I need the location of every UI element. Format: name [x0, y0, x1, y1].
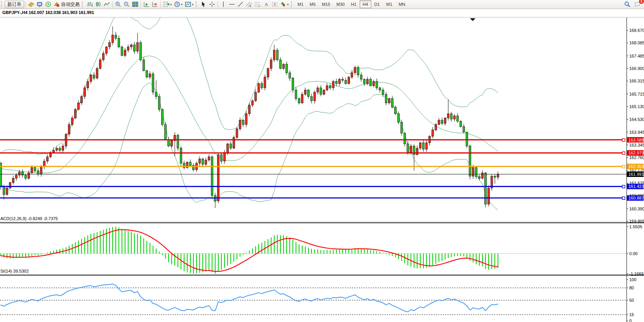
notification-badge: 1 — [639, 0, 644, 4]
svg-text:15: 15 — [629, 312, 634, 317]
dropdown-arrow-icon: ▾ — [287, 3, 289, 6]
template-button[interactable]: ▾ — [184, 0, 195, 8]
terminal-icon — [37, 1, 43, 7]
tile-windows-icon — [132, 1, 138, 7]
equidistant-channel-icon: E — [246, 1, 252, 7]
svg-text:163.945: 163.945 — [629, 130, 644, 135]
svg-text:165.715: 165.715 — [629, 92, 644, 96]
new-order-button[interactable]: 新订单 — [5, 1, 24, 8]
signal-toolbar-button[interactable] — [44, 0, 52, 8]
timeframe-button-M30[interactable]: M30 — [333, 0, 348, 8]
timeframe-button-W1[interactable]: W1 — [383, 0, 396, 8]
chart-ohlc-title: GBPJPY-,H4 162.007 162.038 161.903 161.9… — [2, 10, 94, 15]
signal-icon — [45, 1, 51, 7]
charts-toolbar-button[interactable] — [27, 0, 35, 8]
add-indicator-button[interactable]: ▾ — [162, 0, 173, 8]
svg-text:F: F — [259, 5, 260, 7]
toolbar-separator — [160, 1, 161, 8]
template-icon — [185, 1, 191, 7]
price-chart[interactable]: 168.670168.085167.485166.900166.315165.7… — [0, 9, 644, 322]
dropdown-arrow-icon: ▾ — [170, 3, 172, 6]
vertical-line-tool[interactable] — [219, 0, 228, 8]
crosshair-tool-button[interactable] — [208, 0, 216, 8]
zoom-in-icon — [115, 1, 121, 7]
svg-text:163.588: 163.588 — [628, 138, 644, 142]
timeframe-button-M5[interactable]: M5 — [306, 0, 319, 8]
svg-text:162.353: 162.353 — [628, 164, 644, 169]
svg-text:T: T — [274, 3, 276, 7]
svg-text:163.345: 163.345 — [629, 143, 644, 147]
svg-text:164.530: 164.530 — [629, 117, 644, 122]
crosshair-icon — [209, 1, 215, 7]
candlestick-icon — [95, 1, 101, 7]
autotrading-button[interactable]: 自动交易 — [52, 0, 81, 8]
terminal-toolbar-button[interactable] — [35, 0, 44, 8]
svg-text:-1.1666: -1.1666 — [629, 271, 644, 276]
timeframe-button-D1[interactable]: D1 — [371, 0, 383, 8]
add-indicator-icon — [163, 1, 169, 7]
chart-shift-button[interactable] — [151, 0, 159, 8]
mt4-window: 新订单 自动交易 — [0, 0, 644, 322]
candlestick-button[interactable] — [94, 0, 103, 8]
chart-area[interactable]: 168.670168.085167.485166.900166.315165.7… — [0, 9, 644, 322]
toolbar-separator — [141, 1, 141, 8]
zoom-out-button[interactable] — [122, 0, 131, 8]
svg-text:0.00: 0.00 — [629, 251, 637, 256]
svg-text:0: 0 — [629, 318, 632, 322]
arrows-icon — [280, 1, 286, 7]
bar-chart-icon — [87, 1, 93, 7]
auto-scroll-button[interactable] — [142, 0, 151, 8]
horizontal-line-tool[interactable] — [228, 0, 236, 8]
vertical-line-icon — [220, 1, 226, 7]
autotrading-icon — [54, 1, 60, 7]
channel-tool[interactable]: E — [245, 0, 253, 8]
chart-shift-icon — [152, 1, 158, 7]
timeframe-button-H1[interactable]: H1 — [348, 0, 359, 8]
period-button[interactable]: ▾ — [173, 0, 184, 8]
trendline-icon — [237, 1, 244, 7]
timeframe-button-M15[interactable]: M15 — [319, 0, 333, 8]
svg-text:159.805: 159.805 — [629, 219, 644, 224]
main-toolbar: 新订单 自动交易 — [0, 0, 644, 9]
timeframe-button-MN[interactable]: MN — [395, 0, 408, 8]
cursor-tool-button[interactable] — [199, 0, 208, 8]
bar-chart-button[interactable] — [85, 0, 94, 8]
zoom-in-button[interactable] — [114, 0, 122, 8]
line-chart-button[interactable] — [103, 0, 111, 8]
zoom-out-icon — [124, 1, 130, 7]
dropdown-arrow-icon: ▾ — [192, 3, 193, 6]
toolbar-separator — [218, 1, 218, 8]
toolbar-grip — [82, 1, 84, 7]
notifications-button[interactable]: 1 — [633, 0, 642, 8]
svg-text:160.390: 160.390 — [629, 206, 644, 211]
auto-scroll-icon — [143, 1, 150, 7]
svg-text:162.979: 162.979 — [628, 150, 644, 155]
svg-text:1.5505: 1.5505 — [629, 224, 642, 229]
arrows-tool[interactable]: ▾ — [279, 0, 290, 8]
new-order-label: 新订单 — [7, 1, 21, 7]
svg-text:161.991: 161.991 — [628, 172, 644, 177]
toolbar-grip — [196, 1, 198, 7]
svg-text:166.900: 166.900 — [629, 66, 644, 71]
svg-text:A: A — [265, 2, 268, 7]
search-button[interactable] — [623, 0, 632, 8]
svg-text:160.887: 160.887 — [628, 196, 644, 200]
line-chart-icon — [104, 1, 110, 7]
fibonacci-tool[interactable]: F — [253, 0, 262, 8]
timeframe-button-M1[interactable]: M1 — [294, 0, 306, 8]
text-icon: A — [263, 1, 269, 7]
svg-text:50: 50 — [629, 298, 634, 303]
tile-windows-button[interactable] — [131, 0, 139, 8]
svg-text:168.085: 168.085 — [629, 40, 644, 45]
label-tool[interactable]: T — [270, 0, 279, 8]
svg-text:165.130: 165.130 — [629, 104, 644, 109]
text-tool[interactable]: A — [262, 0, 270, 8]
dropdown-arrow-icon: ▾ — [181, 3, 183, 6]
svg-text:162.760: 162.760 — [629, 155, 644, 160]
macd-indicator-label: ACD(12,26,9) -0.8249 -0.7375 — [0, 216, 58, 221]
rsi-indicator-label: SI(14) 39.5302 — [0, 269, 29, 273]
svg-text:E: E — [250, 5, 251, 7]
timeframe-button-H4[interactable]: H4 — [360, 0, 371, 8]
trendline-tool[interactable] — [236, 0, 245, 8]
toolbar-separator — [25, 1, 26, 8]
